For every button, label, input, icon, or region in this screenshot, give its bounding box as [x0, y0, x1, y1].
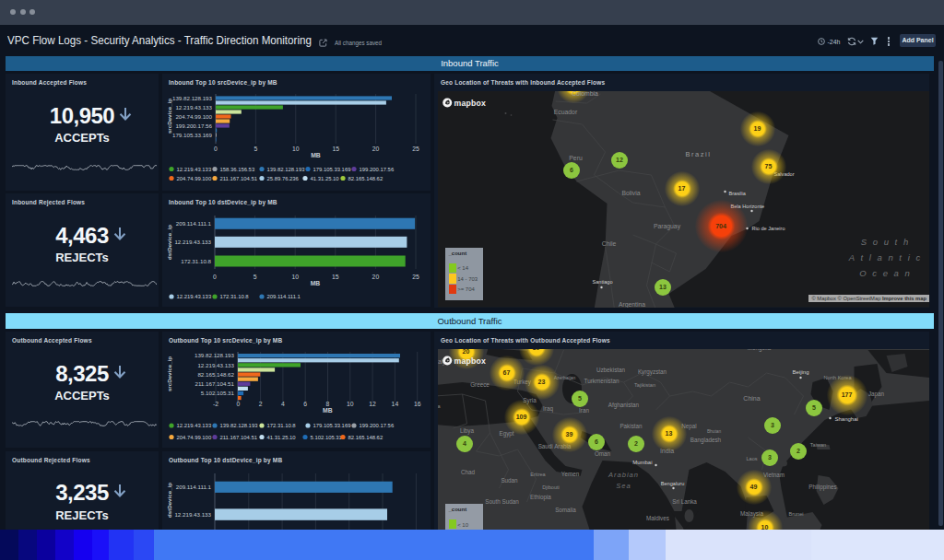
- svg-text:MB: MB: [311, 152, 321, 158]
- svg-text:Brunei: Brunei: [788, 511, 803, 517]
- svg-text:Pakistan: Pakistan: [620, 423, 643, 429]
- svg-text:mapbox: mapbox: [454, 99, 487, 108]
- svg-text:25.89.76.236: 25.89.76.236: [267, 176, 300, 181]
- svg-text:12.219.43.133: 12.219.43.133: [177, 423, 212, 428]
- svg-text:211.167.104.51: 211.167.104.51: [220, 176, 258, 181]
- svg-text:12.219.43.133: 12.219.43.133: [177, 167, 212, 172]
- svg-text:Afghanistan: Afghanistan: [608, 402, 639, 409]
- svg-text:211.167.104.51: 211.167.104.51: [195, 380, 234, 387]
- svg-text:172.31.10.8: 172.31.10.8: [267, 423, 297, 428]
- svg-text:172.31.10.8: 172.31.10.8: [181, 258, 211, 264]
- svg-text:srcDevice_ip: srcDevice_ip: [166, 356, 172, 391]
- svg-text:179.105.33.169: 179.105.33.169: [172, 132, 213, 138]
- svg-text:Bhutan: Bhutan: [706, 429, 721, 434]
- svg-text:2: 2: [259, 401, 263, 407]
- svg-text:139.82.128.193: 139.82.128.193: [172, 95, 213, 101]
- svg-text:139.82.128.193: 139.82.128.193: [267, 167, 306, 172]
- svg-text:Arabian: Arabian: [608, 471, 639, 479]
- svg-text:20: 20: [372, 274, 380, 280]
- svg-text:Kyrgyzstan: Kyrgyzstan: [637, 368, 667, 376]
- svg-text:Tajikistan: Tajikistan: [633, 382, 655, 388]
- svg-text:Brasilia: Brasilia: [728, 191, 746, 196]
- svg-text:10: 10: [347, 401, 354, 407]
- svg-text:0: 0: [236, 401, 240, 407]
- svg-text:Sea: Sea: [616, 482, 631, 490]
- svg-text:Yemen: Yemen: [560, 471, 579, 477]
- svg-text:South Sudan: South Sudan: [485, 498, 519, 505]
- svg-text:5.102.105.31: 5.102.105.31: [201, 390, 235, 396]
- svg-text:5: 5: [254, 146, 258, 152]
- svg-text:Djibouti: Djibouti: [542, 484, 560, 490]
- svg-text:16: 16: [414, 401, 421, 407]
- svg-text:srcDevice_ip: srcDevice_ip: [166, 99, 172, 134]
- svg-text:Philippines: Philippines: [808, 484, 836, 491]
- svg-text:Bangladesh: Bangladesh: [690, 437, 721, 444]
- svg-text:12: 12: [369, 401, 376, 407]
- svg-text:15: 15: [332, 274, 339, 280]
- svg-text:Turkmenistan: Turkmenistan: [584, 378, 619, 384]
- svg-text:Libya: Libya: [459, 427, 474, 435]
- svg-text:Santiago: Santiago: [592, 279, 612, 285]
- svg-text:41.31.25.10: 41.31.25.10: [267, 435, 297, 440]
- svg-text:Sudan: Sudan: [501, 477, 518, 484]
- svg-text:209.114.111.1: 209.114.111.1: [176, 220, 212, 227]
- svg-text:Chad: Chad: [460, 469, 475, 475]
- svg-text:139.82.128.193: 139.82.128.193: [220, 423, 259, 428]
- svg-text:dstDevice_ip: dstDevice_ip: [166, 225, 172, 260]
- svg-text:Shanghai: Shanghai: [834, 416, 857, 422]
- svg-text:15: 15: [332, 146, 339, 152]
- svg-text:20: 20: [372, 146, 380, 152]
- svg-text:Paraguay: Paraguay: [653, 223, 680, 230]
- svg-text:8: 8: [326, 401, 330, 407]
- svg-text:mapbox: mapbox: [454, 356, 487, 366]
- svg-text:Peru: Peru: [569, 155, 583, 161]
- svg-text:Brazil: Brazil: [685, 150, 711, 158]
- svg-text:12.219.43.133: 12.219.43.133: [197, 362, 234, 368]
- svg-text:172.31.10.8: 172.31.10.8: [220, 294, 250, 299]
- svg-text:4: 4: [281, 401, 285, 407]
- svg-text:209.114.111.1: 209.114.111.1: [176, 484, 212, 490]
- svg-text:Taiwan: Taiwan: [809, 442, 825, 448]
- svg-text:82.165.148.62: 82.165.148.62: [348, 435, 384, 440]
- svg-text:82.165.148.62: 82.165.148.62: [348, 176, 384, 181]
- svg-text:Rio de Janeiro: Rio de Janeiro: [751, 226, 785, 231]
- svg-text:Laos: Laos: [746, 456, 757, 461]
- svg-text:Oman: Oman: [594, 450, 610, 457]
- svg-text:0: 0: [214, 146, 218, 152]
- svg-text:10: 10: [291, 274, 299, 280]
- svg-text:dstDevice_ip: dstDevice_ip: [166, 482, 172, 517]
- svg-text:82.165.148.62: 82.165.148.62: [197, 371, 234, 378]
- svg-text:Argentina: Argentina: [618, 301, 644, 308]
- svg-text:MB: MB: [323, 407, 333, 414]
- svg-text:Chile: Chile: [601, 240, 616, 247]
- svg-text:209.114.111.1: 209.114.111.1: [267, 294, 301, 299]
- svg-text:Eritrea: Eritrea: [530, 472, 546, 477]
- svg-text:MB: MB: [311, 280, 321, 286]
- svg-text:Somalia: Somalia: [555, 507, 576, 513]
- svg-text:Bengaluru: Bengaluru: [660, 481, 684, 486]
- svg-text:12.219.43.133: 12.219.43.133: [177, 294, 212, 299]
- svg-text:199.200.17.56: 199.200.17.56: [360, 167, 395, 172]
- svg-text:Ethiopia: Ethiopia: [530, 494, 551, 501]
- svg-text:Maldives: Maldives: [646, 515, 669, 521]
- svg-text:179.105.33.169: 179.105.33.169: [313, 423, 351, 428]
- svg-text:Beijing: Beijing: [792, 369, 808, 375]
- svg-text:5: 5: [254, 274, 257, 280]
- svg-text:14: 14: [392, 401, 399, 407]
- svg-text:12.219.43.133: 12.219.43.133: [175, 104, 212, 111]
- svg-text:A t l a n t i c: A t l a n t i c: [847, 252, 921, 262]
- svg-text:204.74.99.100: 204.74.99.100: [175, 113, 212, 120]
- svg-text:-2: -2: [213, 401, 218, 407]
- svg-text:Uzbekistan: Uzbekistan: [596, 367, 625, 373]
- svg-text:0: 0: [213, 274, 217, 280]
- svg-text:Iraq: Iraq: [543, 405, 553, 413]
- svg-text:211.167.104.51: 211.167.104.51: [220, 435, 258, 440]
- svg-text:Greece: Greece: [470, 381, 490, 388]
- svg-text:179.105.33.169: 179.105.33.169: [313, 167, 351, 172]
- svg-text:Sri Lanka: Sri Lanka: [672, 498, 697, 505]
- svg-text:12.219.43.133: 12.219.43.133: [174, 239, 211, 245]
- svg-text:Ecuador: Ecuador: [553, 109, 577, 115]
- svg-text:Bolivia: Bolivia: [621, 190, 640, 196]
- svg-text:204.74.99.100: 204.74.99.100: [177, 176, 212, 181]
- svg-text:Japan: Japan: [867, 391, 884, 398]
